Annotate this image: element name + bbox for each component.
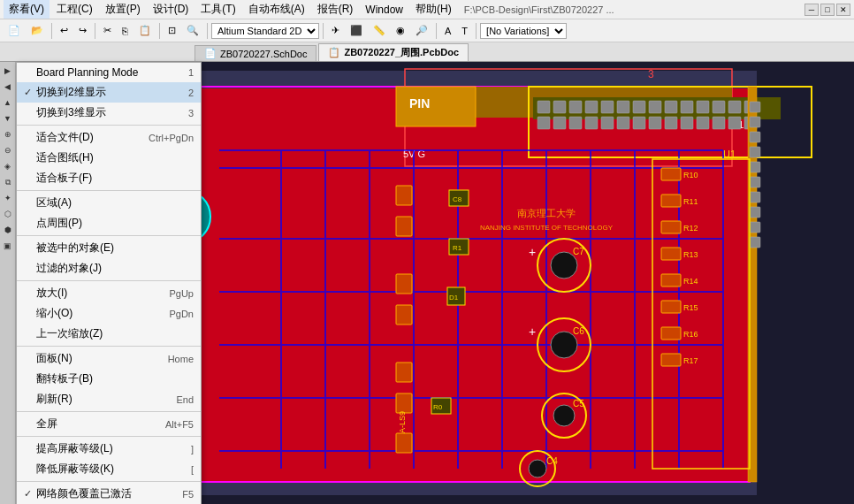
menu-fit-board[interactable]: 适合板子(F) xyxy=(17,168,201,188)
tab-pcbdoc[interactable]: 📋 ZB0720227_周围.PcbDoc xyxy=(318,43,469,61)
menu-refresh[interactable]: 刷新(R) End xyxy=(17,389,201,409)
menu-2d-view[interactable]: ✓ 切换到2维显示 2 xyxy=(17,82,201,103)
text-button[interactable]: T xyxy=(457,23,472,39)
svg-rect-29 xyxy=(569,117,582,129)
menu-filtered-obj[interactable]: 过滤的对象(J) xyxy=(17,258,201,279)
svg-rect-115 xyxy=(661,354,681,366)
menu-shortcut-3d: 3 xyxy=(188,108,194,118)
sidebar-icon-4[interactable]: ▼ xyxy=(1,111,15,126)
tab-schdoc-label: ZB0720227.SchDoc xyxy=(220,49,307,59)
font-button[interactable]: A xyxy=(440,23,455,39)
menu-fit-sheet[interactable]: 适合图纸(H) xyxy=(17,148,201,168)
tab-schdoc[interactable]: 📄 ZB0720227.SchDoc xyxy=(194,45,316,61)
svg-rect-24 xyxy=(713,101,725,113)
menu-help[interactable]: 帮助(H) xyxy=(410,0,457,19)
menu-check-2d: ✓ xyxy=(24,87,36,98)
sidebar-icon-9[interactable]: ✦ xyxy=(1,191,15,205)
route-button[interactable]: ✈ xyxy=(327,22,344,39)
svg-rect-23 xyxy=(697,101,709,113)
menu-place[interactable]: 放置(P) xyxy=(100,0,146,19)
svg-rect-100 xyxy=(396,217,412,236)
menu-shortcut-zoomout: PgDn xyxy=(169,309,194,319)
svg-text:+: + xyxy=(529,325,536,339)
minimize-button[interactable]: ─ xyxy=(804,4,819,16)
sidebar-icon-7[interactable]: ◈ xyxy=(1,159,15,173)
menu-autoroute[interactable]: 自动布线(A) xyxy=(243,0,310,19)
sidebar-icon-2[interactable]: ◀ xyxy=(1,80,15,94)
menu-window[interactable]: Window xyxy=(360,2,408,18)
menu-label-selected: 被选中的对象(E) xyxy=(36,241,194,256)
menu-zoom-out[interactable]: 缩小(O) PgDn xyxy=(17,303,201,324)
restore-button[interactable]: □ xyxy=(820,4,835,16)
menu-fullscreen[interactable]: 全屏 Alt+F5 xyxy=(17,414,201,434)
sidebar-icon-11[interactable]: ⬢ xyxy=(1,223,15,237)
paste-button[interactable]: 📋 xyxy=(134,22,156,39)
svg-rect-50 xyxy=(750,222,760,233)
menu-design[interactable]: 设计(D) xyxy=(148,0,194,19)
sidebar-icon-3[interactable]: ▲ xyxy=(1,95,15,110)
svg-rect-42 xyxy=(750,102,760,112)
menu-sep-1 xyxy=(17,125,201,126)
sidebar-icon-10[interactable]: ⬡ xyxy=(1,207,15,221)
menu-report[interactable]: 报告(R) xyxy=(312,0,359,19)
menu-net-color[interactable]: ✓ 网络颜色覆盖已激活 F5 xyxy=(17,484,201,504)
menu-project[interactable]: 工程(C) xyxy=(51,0,98,19)
variation-select[interactable]: [No Variations] xyxy=(480,23,567,39)
menu-fit-doc[interactable]: 适合文件(D) Ctrl+PgDn xyxy=(17,127,201,148)
menu-sep-3 xyxy=(17,235,201,236)
svg-rect-22 xyxy=(681,101,693,113)
svg-rect-114 xyxy=(661,327,681,340)
sidebar-icon-8[interactable]: ⧉ xyxy=(1,175,15,189)
menu-label-2d: 切换到2维显示 xyxy=(36,85,188,100)
undo-button[interactable]: ↩ xyxy=(56,22,72,39)
new-button[interactable]: 📄 xyxy=(4,22,25,39)
svg-text:C5: C5 xyxy=(573,399,584,409)
measure-button[interactable]: 📏 xyxy=(369,22,390,39)
sidebar-icon-5[interactable]: ⊕ xyxy=(1,127,15,141)
menu-area[interactable]: 区域(A) xyxy=(17,193,201,213)
menu-flip-board[interactable]: 翻转板子(B) xyxy=(17,369,201,389)
svg-rect-102 xyxy=(396,305,412,325)
menu-board-planning[interactable]: Board Planning Mode 1 xyxy=(17,63,201,82)
svg-rect-19 xyxy=(633,101,645,113)
svg-rect-44 xyxy=(750,132,760,142)
menu-around-point[interactable]: 点周围(P) xyxy=(17,213,201,233)
menu-increase-mask[interactable]: 提高屏蔽等级(L) ] xyxy=(17,439,201,459)
menu-label-board: Board Planning Mode xyxy=(36,66,188,79)
3d-button[interactable]: ◉ xyxy=(392,22,409,39)
copy-button[interactable]: ⎘ xyxy=(118,23,133,39)
close-button[interactable]: ✕ xyxy=(836,4,850,16)
menu-panel[interactable]: 面板(N) Home xyxy=(17,348,201,369)
redo-button[interactable]: ↪ xyxy=(74,22,91,39)
svg-rect-2 xyxy=(131,88,750,482)
sidebar-icon-1[interactable]: ▶ xyxy=(1,64,15,78)
menu-decrease-mask[interactable]: 降低屏蔽等级(K) [ xyxy=(17,459,201,479)
menu-zoom-in[interactable]: 放大(I) PgUp xyxy=(17,283,201,303)
main-area: ▶ ◀ ▲ ▼ ⊕ ⊖ ◈ ⧉ ✦ ⬡ ⬢ ▣ Board Planning M… xyxy=(0,62,854,504)
toolbar-sep-6 xyxy=(436,23,437,39)
zoom-fit-button[interactable]: ⊡ xyxy=(164,22,180,39)
zoom-in-button[interactable]: 🔍 xyxy=(182,22,203,39)
svg-rect-101 xyxy=(396,274,412,294)
svg-text:C8: C8 xyxy=(453,195,462,203)
menu-last-zoom[interactable]: 上一次缩放(Z) xyxy=(17,324,201,344)
view-select[interactable]: Altium Standard 2D xyxy=(211,23,319,39)
inspect-button[interactable]: 🔎 xyxy=(411,22,432,39)
menu-label-fitdoc: 适合文件(D) xyxy=(36,130,149,145)
menu-view[interactable]: 察看(V) xyxy=(4,0,50,19)
sidebar-icon-6[interactable]: ⊖ xyxy=(1,143,15,157)
open-button[interactable]: 📂 xyxy=(27,22,48,39)
place-button[interactable]: ⬛ xyxy=(346,22,367,39)
toolbar-sep-5 xyxy=(323,23,324,39)
cut-button[interactable]: ✂ xyxy=(99,22,116,39)
menu-3d-view[interactable]: 切换到3维显示 3 xyxy=(17,103,201,123)
sidebar-icon-12[interactable]: ▣ xyxy=(1,239,15,253)
menu-tools[interactable]: 工具(T) xyxy=(195,0,240,19)
menu-shortcut-zoomin: PgUp xyxy=(169,288,194,299)
tab-schdoc-icon: 📄 xyxy=(204,48,217,59)
svg-rect-43 xyxy=(750,117,760,127)
svg-text:NANJING INSTITUTE OF TECHNOLOG: NANJING INSTITUTE OF TECHNOLOGY xyxy=(480,224,614,232)
svg-rect-35 xyxy=(665,117,677,129)
menu-selected-obj[interactable]: 被选中的对象(E) xyxy=(17,238,201,258)
svg-rect-31 xyxy=(601,117,614,129)
